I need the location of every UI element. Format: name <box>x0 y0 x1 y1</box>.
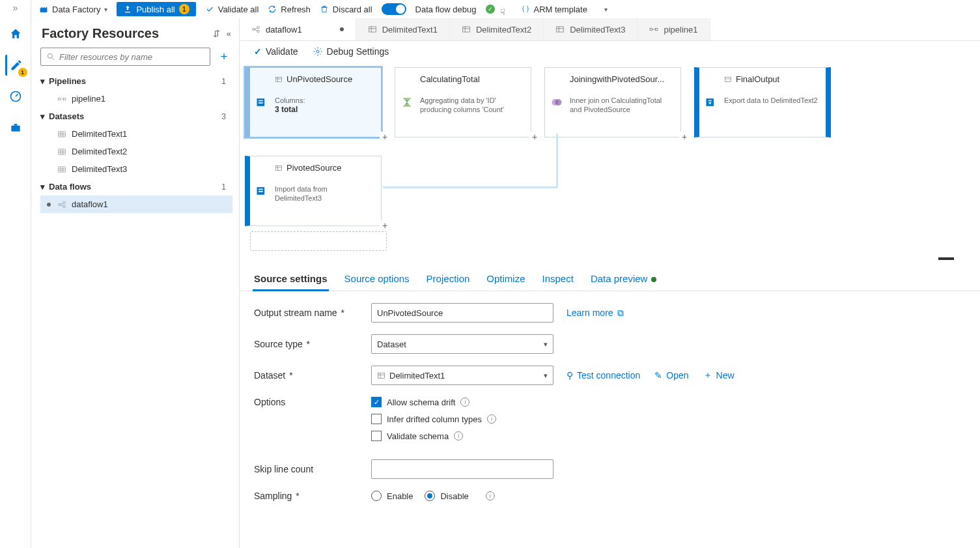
rail-monitor[interactable] <box>5 86 26 107</box>
dataset-select[interactable]: DelimitedText1 ▾ <box>371 366 553 385</box>
rail-manage[interactable] <box>5 117 26 138</box>
ctab-optimize[interactable]: Optimize <box>485 268 526 291</box>
arm-label: ARM template <box>534 5 587 14</box>
publish-label: Publish all <box>136 5 175 14</box>
radio-sampling-disable[interactable] <box>425 491 435 501</box>
sink-icon <box>705 96 718 109</box>
section-datasets[interactable]: ▾Datasets 3 <box>40 108 232 125</box>
unsaved-dot-icon <box>47 203 51 207</box>
checkbox-infer-types[interactable] <box>371 414 382 424</box>
checkbox-label: Validate schema <box>387 431 449 441</box>
info-icon[interactable]: i <box>460 397 469 407</box>
validate-label: Validate <box>266 46 298 57</box>
source-settings-form: Output stream name * UnPivotedSource Lea… <box>240 291 980 513</box>
svg-rect-1 <box>11 126 20 132</box>
ctab-label: Data preview <box>591 273 648 284</box>
tab-dt2[interactable]: DelimitedText2 <box>450 18 544 40</box>
sidebar-expand-icon[interactable]: ⇵ <box>213 29 220 38</box>
info-icon[interactable]: i <box>454 431 463 440</box>
add-transform-button[interactable]: + <box>679 132 690 142</box>
tree-item-dataflow1[interactable]: dataflow1 <box>40 195 232 213</box>
tree-item-dt3[interactable]: DelimitedText3 <box>40 160 232 178</box>
checkbox-allow-drift[interactable]: ✓ <box>371 397 382 407</box>
svg-rect-19 <box>651 28 653 31</box>
debug-settings-button[interactable]: Debug Settings <box>313 46 389 57</box>
table-icon <box>368 25 377 34</box>
source-type-select[interactable]: Dataset▾ <box>371 334 553 354</box>
node-sub-text: Import data from DelimitedText3 <box>275 184 373 203</box>
svg-point-15 <box>257 30 260 33</box>
filter-input[interactable]: Filter resources by name <box>40 48 210 66</box>
ctab-projection[interactable]: Projection <box>425 268 471 291</box>
tab-dt1[interactable]: DelimitedText1 <box>356 18 450 40</box>
tab-pipeline1[interactable]: pipeline1 <box>637 18 710 40</box>
cursor-pointer-icon: ☟ <box>500 7 505 17</box>
section-pipelines[interactable]: ▾Pipelines 1 <box>40 72 232 90</box>
chevron-down-icon: ▾ <box>544 340 548 349</box>
validate-button[interactable]: ✓ Validate <box>254 46 298 57</box>
open-dataset-button[interactable]: ✎Open <box>654 370 688 381</box>
tab-dt3[interactable]: DelimitedText3 <box>544 18 637 40</box>
factory-dropdown[interactable]: Data Factory ▾ <box>39 5 107 14</box>
item-label: dataflow1 <box>72 199 108 209</box>
node-calculatingtotal[interactable]: Σ CalculatingTotal Aggregating data by '… <box>395 67 531 137</box>
test-connection-button[interactable]: ⚲Test connection <box>567 370 640 381</box>
section-label: Datasets <box>49 111 84 121</box>
learn-more-link[interactable]: Learn more ⧉ <box>567 308 624 319</box>
section-dataflows[interactable]: ▾Data flows 1 <box>40 178 232 195</box>
add-resource-button[interactable]: + <box>216 48 232 65</box>
tree-item-pipeline1[interactable]: pipeline1 <box>40 90 232 108</box>
left-rail: » 1 <box>0 0 31 548</box>
publish-all-button[interactable]: Publish all 1 <box>117 2 195 16</box>
svg-point-21 <box>316 50 319 53</box>
svg-point-14 <box>257 26 260 29</box>
item-label: DelimitedText1 <box>72 129 127 139</box>
preview-ready-dot <box>651 277 656 282</box>
panel-resize-handle[interactable] <box>938 257 954 260</box>
validate-all-button[interactable]: Validate all <box>205 5 259 14</box>
add-transform-button[interactable]: + <box>380 220 390 231</box>
svg-rect-2 <box>14 124 17 126</box>
tab-label: DelimitedText3 <box>570 25 625 35</box>
tree-item-dt1[interactable]: DelimitedText1 <box>40 125 232 143</box>
node-title-text: CalculatingTotal <box>420 74 480 84</box>
tree-item-dt2[interactable]: DelimitedText2 <box>40 143 232 160</box>
label-dataset: Dataset <box>254 370 285 381</box>
refresh-button[interactable]: Refresh <box>268 5 311 14</box>
svg-rect-17 <box>463 27 470 32</box>
table-icon <box>57 165 66 174</box>
rail-author[interactable]: 1 <box>5 55 26 76</box>
node-unpivotedsource[interactable]: UnPivotedSource Columns:3 total + <box>245 67 382 137</box>
add-source-placeholder[interactable] <box>250 231 387 251</box>
ctab-source-settings[interactable]: Source settings <box>253 268 329 291</box>
ctab-source-options[interactable]: Source options <box>343 268 411 291</box>
arm-template-dropdown[interactable]: ARM template ▾ <box>521 5 608 14</box>
select-value: DelimitedText1 <box>389 371 445 381</box>
info-icon[interactable]: i <box>486 491 495 500</box>
add-transform-button[interactable]: + <box>380 132 390 142</box>
new-dataset-button[interactable]: ＋New <box>703 369 735 381</box>
output-stream-input[interactable]: UnPivotedSource <box>371 303 553 323</box>
info-icon[interactable]: i <box>487 414 496 424</box>
sidebar-collapse-icon[interactable]: « <box>227 29 231 38</box>
ctab-inspect[interactable]: Inspect <box>541 268 575 291</box>
link-text: Open <box>666 370 688 381</box>
tab-dataflow1[interactable]: dataflow1 <box>240 18 356 40</box>
expand-rail-icon[interactable]: » <box>13 3 18 13</box>
table-icon <box>555 25 565 34</box>
radio-sampling-enable[interactable] <box>371 491 382 501</box>
ctab-data-preview[interactable]: Data preview <box>589 268 658 291</box>
checkbox-validate-schema[interactable] <box>371 431 382 441</box>
plus-icon: ＋ <box>703 369 712 381</box>
skip-line-input[interactable] <box>371 459 553 479</box>
debug-toggle[interactable] <box>382 3 406 15</box>
node-pivotedsource[interactable]: PivotedSource Import data from Delimited… <box>245 156 382 226</box>
add-transform-button[interactable]: + <box>529 132 540 142</box>
chevron-down-icon: ▾ <box>544 371 548 380</box>
rail-home[interactable] <box>5 23 26 44</box>
node-finaloutput[interactable]: FinalOutput Export data to DelimitedText… <box>694 67 831 137</box>
node-joining[interactable]: JoiningwithPivotedSour... Inner join on … <box>544 67 681 137</box>
caret-icon: ▾ <box>40 111 45 121</box>
dataflow-canvas[interactable]: UnPivotedSource Columns:3 total + Σ Calc… <box>240 62 980 264</box>
discard-all-button[interactable]: Discard all <box>320 5 372 14</box>
